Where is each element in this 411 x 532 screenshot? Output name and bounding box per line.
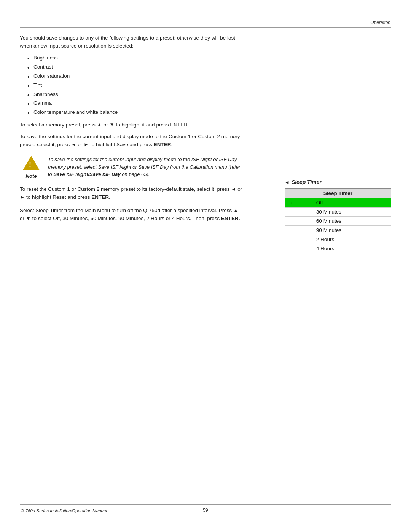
footer-left: Q-750d Series Installation/Operation Man…: [21, 508, 107, 513]
intro-paragraph: You should save changes to any of the fo…: [20, 34, 244, 50]
sleep-timer-table-header: Sleep Timer: [285, 189, 391, 198]
bullet-item-gamma: Gamma: [27, 99, 244, 107]
row-arrow-90min: [285, 226, 313, 235]
row-arrow-60min: [285, 217, 313, 226]
sleep-timer-row-2hours: 2 Hours: [285, 235, 391, 244]
bullet-item-brightness: Brightness: [27, 54, 244, 62]
bottom-rule: [20, 504, 391, 505]
bullet-item-color-saturation: Color saturation: [27, 72, 244, 80]
bullet-list: Brightness Contrast Color saturation Tin…: [27, 54, 244, 117]
bullet-item-sharpness: Sharpness: [27, 91, 244, 99]
row-arrow-30min: [285, 208, 313, 217]
sleep-timer-row-4hours: 4 Hours: [285, 244, 391, 253]
row-label-4hours: 4 Hours: [313, 244, 391, 253]
sleep-timer-row-off: → Off: [285, 198, 391, 208]
note-box: Note To save the settings for the curren…: [20, 156, 244, 180]
note-text: To save the settings for the current inp…: [48, 156, 244, 178]
arrow-left-icon: ◄: [285, 179, 290, 185]
sleep-timer-table: Sleep Timer → Off 30 Minutes 60 Minutes …: [285, 188, 391, 253]
operation-label: Operation: [370, 20, 390, 25]
note-label: Note: [26, 173, 37, 180]
row-label-30min: 30 Minutes: [313, 208, 391, 217]
bullet-item-tint: Tint: [27, 81, 244, 89]
row-label-2hours: 2 Hours: [313, 235, 391, 244]
para-select-preset: To select a memory preset, press ▲ or ▼ …: [20, 121, 244, 129]
row-arrow-off: →: [285, 198, 313, 208]
footer-page-number: 59: [203, 508, 208, 513]
para-sleep-timer: Select Sleep Timer from the Main Menu to…: [20, 207, 244, 223]
selected-arrow-icon: →: [288, 200, 293, 206]
sleep-timer-row-30min: 30 Minutes: [285, 208, 391, 217]
main-content: You should save changes to any of the fo…: [20, 34, 244, 227]
row-arrow-4hours: [285, 244, 313, 253]
sleep-timer-heading: ◄ Sleep Timer: [285, 179, 391, 185]
sleep-timer-row-90min: 90 Minutes: [285, 226, 391, 235]
sleep-timer-panel: ◄ Sleep Timer Sleep Timer → Off 30 Minut…: [285, 179, 391, 253]
row-label-off: Off: [313, 198, 391, 208]
page-container: Operation You should save changes to any…: [0, 0, 411, 532]
row-label-90min: 90 Minutes: [313, 226, 391, 235]
top-rule: [20, 27, 391, 28]
sleep-timer-title: Sleep Timer: [292, 179, 322, 185]
row-label-60min: 60 Minutes: [313, 217, 391, 226]
row-arrow-2hours: [285, 235, 313, 244]
sleep-timer-header-cell: Sleep Timer: [285, 189, 391, 198]
note-icon-area: Note: [20, 156, 43, 180]
bullet-item-color-temp: Color temperature and white balance: [27, 109, 244, 117]
warning-triangle-icon: [23, 156, 40, 170]
para-reset-preset: To reset the Custom 1 or Custom 2 memory…: [20, 185, 244, 201]
sleep-timer-row-60min: 60 Minutes: [285, 217, 391, 226]
para-save-settings: To save the settings for the current inp…: [20, 133, 244, 149]
bullet-item-contrast: Contrast: [27, 63, 244, 71]
